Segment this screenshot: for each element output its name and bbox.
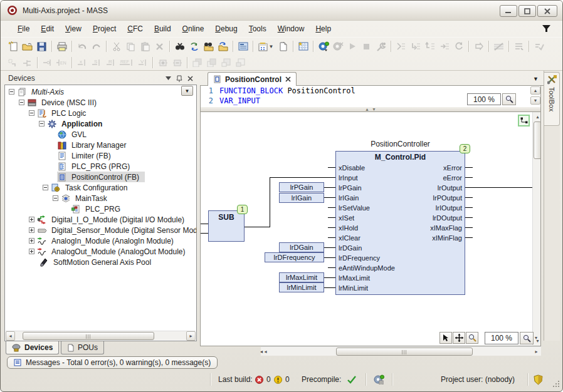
tree-scroll-right-icon[interactable]: ▸: [186, 331, 196, 341]
tree-item-maintask-plc-prg[interactable]: PLC_PRG: [5, 204, 196, 214]
pid-function-block[interactable]: M_Control.Pid xDisablelrInput lrPGainlrI…: [335, 151, 465, 295]
menu-project[interactable]: Project: [87, 23, 122, 35]
tab-list-dropdown-icon[interactable]: ▼: [533, 76, 539, 82]
restore-button[interactable]: [518, 5, 536, 17]
new-pou-icon[interactable]: [276, 39, 290, 53]
filter-icon[interactable]: [542, 24, 551, 33]
cfc-ref-icon[interactable]: REF: [118, 56, 135, 70]
tree-item-task-configuration[interactable]: Task Configuration: [5, 182, 196, 193]
auto-route-button[interactable]: [518, 115, 530, 126]
tree-item-device[interactable]: Device (MSC III): [5, 97, 196, 108]
diagram-zoom-dropdown-icon[interactable]: ▾: [535, 335, 537, 341]
build-icon[interactable]: [374, 39, 388, 53]
delete-icon[interactable]: [152, 39, 167, 53]
input-box-lrdfrequency[interactable]: lrDFrequency: [265, 252, 324, 262]
tree-item-softmotion-axis-pool[interactable]: SoftMotion General Axis Pool: [5, 257, 196, 267]
start-icon[interactable]: [345, 39, 359, 53]
cfc-move-down-icon[interactable]: [233, 56, 248, 70]
redo-icon[interactable]: [89, 39, 103, 53]
menu-online[interactable]: Online: [177, 23, 210, 35]
diagram-hscrollbar[interactable]: ◂ ▸: [261, 346, 541, 356]
menu-file[interactable]: File: [12, 23, 35, 35]
menu-debug[interactable]: Debug: [209, 23, 243, 35]
panel-close-icon[interactable]: [187, 76, 193, 81]
toolbox-tab[interactable]: ToolBox: [544, 72, 560, 126]
tree-item-analogout-module[interactable]: AnalogOut_Module (AnalogOut Module): [5, 246, 196, 257]
diagram-zoom-value[interactable]: 100 %: [485, 332, 518, 344]
input-box-lrminlimit[interactable]: lrMinLimit: [279, 282, 324, 292]
open-project-icon[interactable]: [20, 39, 34, 53]
select-tool-button[interactable]: [439, 332, 452, 344]
menu-tools[interactable]: Tools: [243, 23, 272, 35]
bottom-tab-devices[interactable]: Devices: [6, 341, 59, 354]
print-icon[interactable]: [55, 39, 69, 53]
tree-item-limiter[interactable]: Limiter (FB): [5, 150, 196, 161]
cfc-output-icon[interactable]: [40, 56, 55, 70]
menu-window[interactable]: Window: [272, 23, 310, 35]
paste-icon[interactable]: [138, 39, 152, 53]
properties-icon[interactable]: [236, 39, 250, 53]
insert-box-dropdown-icon[interactable]: ▼: [256, 39, 276, 53]
input-box-lrmaxlimit[interactable]: lrMaxLimit: [279, 272, 324, 282]
tree-item-digital-io-module[interactable]: Digital_I_O_Module (Digital I/O Module): [5, 214, 196, 225]
tree-item-application[interactable]: Application: [5, 118, 196, 129]
messages-bar[interactable]: Messages - Total 0 error(s), 0 warning(s…: [7, 356, 218, 369]
diagram-vscrollbar[interactable]: ▴ ▾: [532, 112, 541, 345]
breakpoint-icon[interactable]: [471, 39, 486, 53]
tree-item-maintask[interactable]: MainTask: [5, 193, 196, 204]
tab-close-icon[interactable]: [285, 76, 291, 82]
step-over-icon[interactable]: [394, 39, 408, 53]
run-to-cursor-icon[interactable]: [437, 39, 451, 53]
cfc-reset-icon[interactable]: R: [103, 56, 118, 70]
tab-positioncontrol[interactable]: PositionControl: [208, 72, 297, 86]
menu-cfc[interactable]: CFC: [122, 23, 149, 35]
undo-icon[interactable]: [75, 39, 89, 53]
minimize-button[interactable]: [500, 5, 517, 17]
tab-scroll-left-icon[interactable]: ◂: [260, 349, 263, 354]
tree-item-plc-logic[interactable]: PLC Logic: [5, 108, 196, 118]
editor-splitter[interactable]: ▲▼: [200, 107, 541, 112]
bottom-tab-pous[interactable]: POUs: [61, 341, 104, 354]
project-dropdown-button[interactable]: ▼: [181, 86, 193, 96]
tree-item-project[interactable]: Multi-Axis: [5, 86, 196, 97]
menu-view[interactable]: View: [60, 23, 87, 35]
cfc-value-icon[interactable]: V: [135, 56, 150, 70]
editor-zoom-select-button[interactable]: [502, 93, 516, 105]
tree-item-library-manager[interactable]: Library Manager: [5, 140, 196, 150]
replace-icon[interactable]: [187, 39, 201, 53]
accept-changes-icon[interactable]: [532, 39, 546, 53]
save-icon[interactable]: [34, 39, 49, 53]
cfc-remove-input-icon[interactable]: [170, 56, 184, 70]
tree-scroll-left-icon[interactable]: ◂: [6, 331, 15, 341]
cfc-negate-icon[interactable]: x: [75, 56, 89, 70]
diagram-zoom-select-button[interactable]: [520, 332, 534, 344]
zoom-tool-button[interactable]: [466, 332, 478, 344]
single-cycle-icon[interactable]: [451, 39, 466, 53]
input-box-lrdgain[interactable]: lrDGain: [279, 242, 324, 252]
cfc-en-eno-icon[interactable]: EN: [55, 56, 69, 70]
editor-zoom-value[interactable]: 100 %: [467, 93, 501, 105]
input-box-lrigain[interactable]: lrIGain: [279, 193, 324, 203]
logout-icon[interactable]: [330, 39, 345, 53]
sub-block[interactable]: SUB: [208, 210, 245, 242]
replace-in-project-icon[interactable]: [216, 39, 230, 53]
cfc-branch-icon[interactable]: [20, 56, 34, 70]
cfc-move-up-icon[interactable]: [219, 56, 233, 70]
cfc-set-icon[interactable]: S: [89, 56, 103, 70]
cfc-send-to-back-icon[interactable]: [190, 56, 204, 70]
cfc-route-icon[interactable]: [6, 56, 20, 70]
tree-item-position-control[interactable]: PositionControl (FB): [5, 172, 196, 182]
step-into-icon[interactable]: [408, 39, 423, 53]
code-scroll-down-icon[interactable]: ▾: [530, 96, 540, 105]
new-project-icon[interactable]: [6, 39, 20, 53]
cfc-add-input-icon[interactable]: [155, 56, 170, 70]
code-scroll-up-icon[interactable]: ▴: [530, 86, 540, 95]
cfc-diagram[interactable]: PositionController M_Control.Pid xDisabl…: [200, 112, 541, 346]
cut-icon[interactable]: [109, 39, 124, 53]
stop-icon[interactable]: [359, 39, 374, 53]
menu-help[interactable]: Help: [310, 23, 337, 35]
pin-icon[interactable]: [176, 75, 182, 82]
tree-item-plc-prg[interactable]: PLC_PRG (PRG): [5, 161, 196, 172]
copy-icon[interactable]: [124, 39, 138, 53]
menu-build[interactable]: Build: [149, 23, 177, 35]
